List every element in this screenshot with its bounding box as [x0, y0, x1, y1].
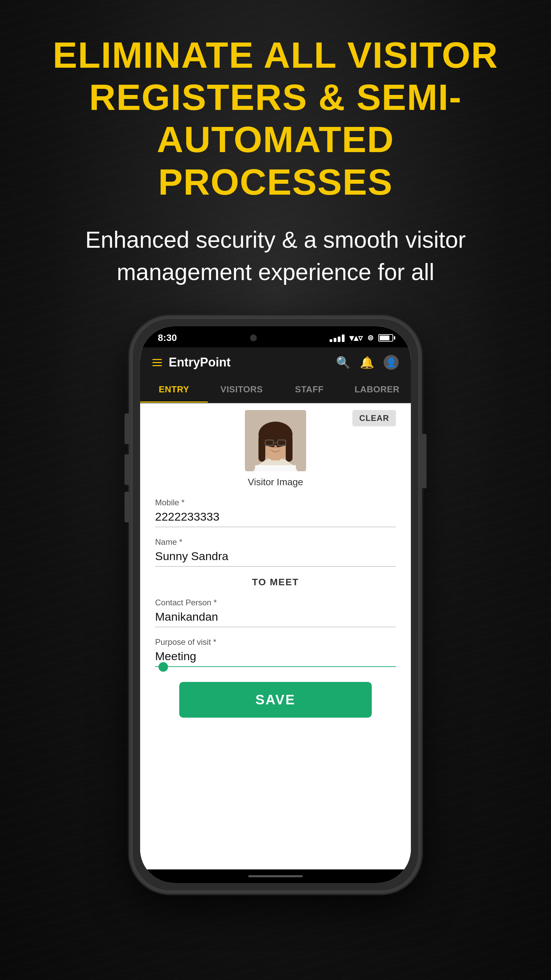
- svg-point-16: [274, 445, 277, 449]
- tab-visitors[interactable]: VISITORS: [208, 377, 275, 402]
- time-display: 8:30: [158, 332, 177, 343]
- status-bar: 8:30 ▾▴▿ ⊜: [140, 326, 411, 347]
- svg-point-14: [267, 441, 272, 444]
- contact-value[interactable]: Manikandan: [155, 610, 396, 627]
- wifi-symbol: ⊜: [367, 334, 373, 342]
- phone-mockup: 8:30 ▾▴▿ ⊜: [129, 315, 422, 894]
- purpose-value[interactable]: Meeting: [155, 649, 396, 667]
- headline-line3: PROCESSES: [158, 161, 393, 202]
- purpose-label: Purpose of visit *: [155, 637, 396, 647]
- user-avatar[interactable]: 👤: [384, 355, 399, 370]
- wifi-icon: ▾▴▿: [349, 333, 362, 343]
- mobile-field-group: Mobile * 2222233333: [155, 498, 396, 527]
- phone-shell: 8:30 ▾▴▿ ⊜: [129, 315, 422, 894]
- tab-laborer[interactable]: LABORER: [343, 377, 411, 402]
- clear-button[interactable]: CLEAR: [353, 410, 396, 426]
- home-bar: [248, 875, 303, 877]
- mobile-label: Mobile *: [155, 498, 396, 508]
- contact-label: Contact Person *: [155, 598, 396, 608]
- search-icon[interactable]: 🔍: [336, 356, 350, 369]
- contact-field-group: Contact Person * Manikandan: [155, 598, 396, 627]
- visitor-photo[interactable]: [245, 410, 306, 471]
- form-area: CLEAR: [140, 403, 411, 869]
- headline-line1: ELIMINATE ALL VISITOR: [53, 34, 498, 76]
- name-field-group: Name * Sunny Sandra: [155, 537, 396, 566]
- tab-staff[interactable]: STAFF: [275, 377, 343, 402]
- name-value[interactable]: Sunny Sandra: [155, 550, 396, 566]
- navigation-tabs: ENTRY VISITORS STAFF LABORER: [140, 377, 411, 403]
- photo-label: Visitor Image: [248, 477, 303, 488]
- phone-screen: 8:30 ▾▴▿ ⊜: [140, 326, 411, 883]
- hamburger-menu[interactable]: [152, 359, 162, 366]
- headline-line2: REGISTERS & SEMI-AUTOMATED: [89, 76, 462, 160]
- slider-indicator: [159, 662, 168, 672]
- status-icons: ▾▴▿ ⊜: [330, 333, 393, 343]
- to-meet-title: TO MEET: [155, 577, 396, 588]
- app-name: EntryPoint: [169, 355, 230, 369]
- svg-rect-9: [266, 438, 273, 440]
- svg-point-8: [260, 423, 291, 443]
- home-indicator: [140, 869, 411, 883]
- name-label: Name *: [155, 537, 396, 547]
- svg-rect-17: [255, 465, 296, 471]
- photo-section: CLEAR: [155, 403, 396, 498]
- header-left: EntryPoint: [152, 355, 230, 369]
- mobile-value[interactable]: 2222233333: [155, 510, 396, 527]
- tab-entry[interactable]: ENTRY: [140, 377, 208, 402]
- signal-icon: [330, 334, 345, 342]
- purpose-field-group: Purpose of visit * Meeting: [155, 637, 396, 672]
- notification-icon[interactable]: 🔔: [360, 356, 374, 369]
- subheadline: Enhanced security & a smooth visitor man…: [0, 203, 551, 288]
- app-header: EntryPoint 🔍 🔔 👤: [140, 347, 411, 377]
- battery-icon: [378, 334, 393, 342]
- main-headline: ELIMINATE ALL VISITOR REGISTERS & SEMI-A…: [0, 34, 551, 203]
- save-button[interactable]: SAVE: [179, 682, 372, 718]
- svg-rect-10: [278, 438, 285, 440]
- header-icons: 🔍 🔔 👤: [336, 355, 399, 370]
- camera-dot: [250, 334, 257, 341]
- svg-point-15: [279, 441, 284, 444]
- visitor-photo-svg: [245, 410, 306, 471]
